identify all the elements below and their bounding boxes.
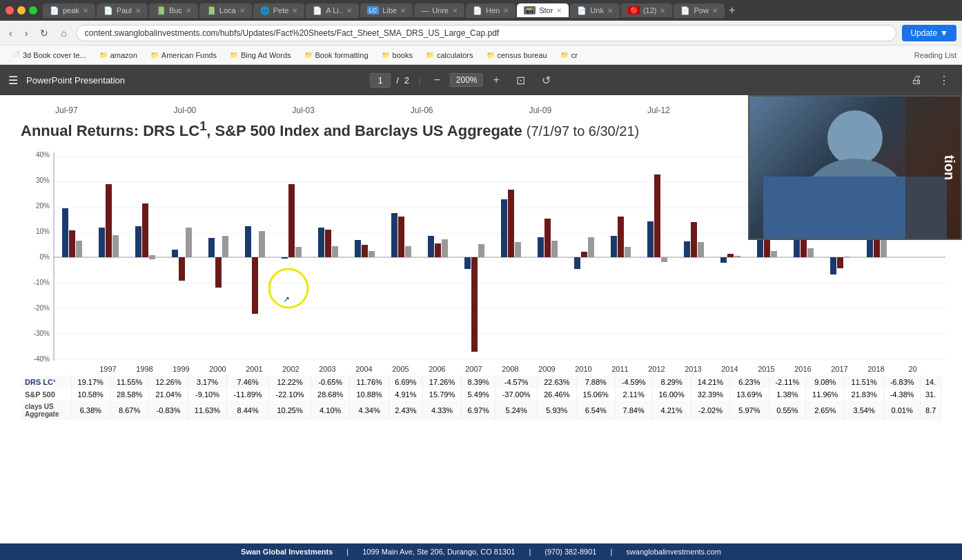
svg-rect-37	[259, 231, 265, 257]
svg-rect-49	[405, 246, 411, 257]
bookmark-bing-ad-words[interactable]: 📁 Bing Ad Words	[224, 48, 297, 62]
rotate-button[interactable]: ↺	[538, 72, 555, 88]
sp500-row: S&P 500 10.58%28.58%21.04% -9.10%-11.89%…	[21, 388, 941, 401]
svg-rect-44	[355, 240, 361, 257]
folder-icon: 📁	[560, 50, 569, 60]
svg-rect-21	[76, 241, 82, 257]
svg-text:30%: 30%	[36, 177, 50, 184]
reading-list-button[interactable]: Reading List	[914, 51, 956, 59]
svg-rect-82	[807, 248, 814, 257]
svg-rect-53	[464, 257, 471, 269]
bookmark-census[interactable]: 📁 census bureau	[480, 48, 553, 62]
zoom-in-button[interactable]: +	[489, 72, 503, 88]
svg-rect-58	[515, 242, 521, 257]
svg-rect-23	[106, 184, 112, 257]
svg-rect-55	[478, 244, 484, 257]
refresh-button[interactable]: ↻	[37, 26, 52, 40]
footer-sep2: |	[529, 548, 531, 556]
forward-button[interactable]: ›	[21, 26, 32, 40]
tab-paul[interactable]: 📄Paul✕	[97, 3, 148, 18]
tab-unre[interactable]: —Unre✕	[414, 3, 464, 17]
footer-sep1: |	[346, 548, 349, 556]
tab-alib[interactable]: 📄A Li..✕	[306, 3, 358, 18]
bookmark-book-formatting[interactable]: 📁 Book formatting	[298, 48, 374, 62]
svg-rect-25	[135, 226, 141, 257]
pdf-title: PowerPoint Presentation	[26, 75, 362, 86]
svg-rect-39	[288, 184, 295, 257]
footer-website: swanglobalinvestments.com	[626, 548, 721, 556]
pdf-content: Jul-97 Jul-00 Jul-03 Jul-06 Jul-09 Jul-1…	[0, 95, 962, 560]
svg-text:20%: 20%	[36, 202, 50, 210]
tab-12[interactable]: 🔴(12)✕	[621, 3, 673, 17]
svg-rect-46	[369, 251, 375, 257]
new-tab-button[interactable]: +	[729, 4, 735, 17]
bookmark-books[interactable]: 📁 books	[375, 48, 418, 62]
svg-rect-51	[435, 243, 441, 257]
total-pages: 2	[404, 75, 409, 86]
tab-peak[interactable]: 📄peak✕	[43, 3, 95, 18]
zoom-out-button[interactable]: −	[429, 72, 444, 88]
svg-rect-70	[661, 257, 667, 262]
svg-rect-57	[508, 190, 514, 257]
data-table: DRS LC¹ 19.17%11.55%12.26% 3.17%7.46%12.…	[21, 376, 941, 420]
maximize-button[interactable]	[29, 6, 37, 14]
print-button[interactable]: 🖨	[907, 72, 926, 88]
fit-page-button[interactable]: ⊡	[512, 72, 529, 88]
folder-icon: 📁	[425, 50, 435, 60]
bookmark-calculators[interactable]: 📁 calculators	[420, 48, 479, 62]
sp500-label: S&P 500	[21, 388, 71, 401]
drs-row: DRS LC¹ 19.17%11.55%12.26% 3.17%7.46%12.…	[21, 376, 941, 388]
svg-rect-33	[215, 257, 222, 288]
svg-rect-41	[318, 228, 324, 257]
svg-text:-30%: -30%	[34, 330, 50, 337]
tab-libe[interactable]: LCLibe✕	[360, 3, 413, 17]
tab-buc[interactable]: 📗Buc✕	[149, 3, 198, 18]
svg-rect-52	[442, 239, 448, 257]
svg-text:-40%: -40%	[34, 355, 50, 363]
svg-rect-48	[398, 217, 404, 257]
tab-pete[interactable]: 🌐Pete✕	[253, 3, 305, 18]
page-number-input[interactable]	[370, 73, 391, 88]
back-button[interactable]: ‹	[6, 26, 16, 40]
svg-text:10%: 10%	[36, 228, 50, 235]
bookmark-cr[interactable]: 📁 cr	[554, 48, 583, 62]
bookmark-3dbook[interactable]: 📄 3d Book cover te...	[6, 48, 92, 62]
svg-text:40%: 40%	[36, 151, 50, 159]
footer-address: 1099 Main Ave, Ste 206, Durango, CO 8130…	[362, 548, 515, 556]
bookmark-amazon[interactable]: 📁 amazon	[93, 48, 143, 62]
svg-rect-34	[222, 236, 228, 257]
close-button[interactable]	[6, 6, 14, 14]
svg-rect-71	[684, 241, 690, 257]
svg-rect-26	[142, 203, 148, 257]
chart-date-range: (7/1/97 to 6/30/21)	[527, 123, 639, 139]
home-button[interactable]: ⌂	[57, 26, 70, 40]
tab-stor[interactable]: 📸Stor✕	[517, 3, 569, 17]
minimize-button[interactable]	[17, 6, 26, 14]
content-area: Jul-97 Jul-00 Jul-03 Jul-06 Jul-09 Jul-1…	[0, 95, 962, 560]
video-text-overlay: tion	[938, 152, 961, 184]
address-input[interactable]: content.swanglobalinvestments.com/hubfs/…	[76, 25, 897, 41]
svg-rect-54	[471, 257, 478, 352]
svg-rect-19	[62, 208, 68, 257]
more-options-button[interactable]: ⋮	[934, 72, 954, 88]
tab-pow[interactable]: 📄Pow✕	[674, 3, 724, 18]
update-button[interactable]: Update ▼	[902, 25, 956, 41]
bookmark-american-funds[interactable]: 📁 American Funds	[144, 48, 222, 62]
barclays-label: clays USAggregate	[21, 401, 71, 420]
svg-rect-65	[611, 236, 617, 257]
svg-text:-20%: -20%	[34, 304, 50, 312]
zoom-level: 200%	[450, 73, 484, 87]
svg-rect-24	[112, 235, 119, 257]
footer-sep3: |	[610, 548, 612, 556]
svg-text:0%: 0%	[40, 253, 50, 261]
svg-rect-61	[551, 241, 558, 257]
page-navigation: / 2 | − 200% +	[370, 72, 504, 88]
footer-bar: Swan Global Investments | 1099 Main Ave,…	[0, 543, 962, 560]
menu-icon[interactable]: ☰	[8, 74, 18, 87]
tab-hen[interactable]: 📄Hen✕	[466, 3, 516, 18]
svg-rect-85	[844, 257, 850, 257]
tab-unk[interactable]: 📄Unk✕	[570, 3, 620, 18]
tab-loca[interactable]: 📗Loca✕	[199, 3, 252, 18]
svg-rect-56	[501, 199, 507, 257]
svg-rect-35	[245, 226, 251, 257]
